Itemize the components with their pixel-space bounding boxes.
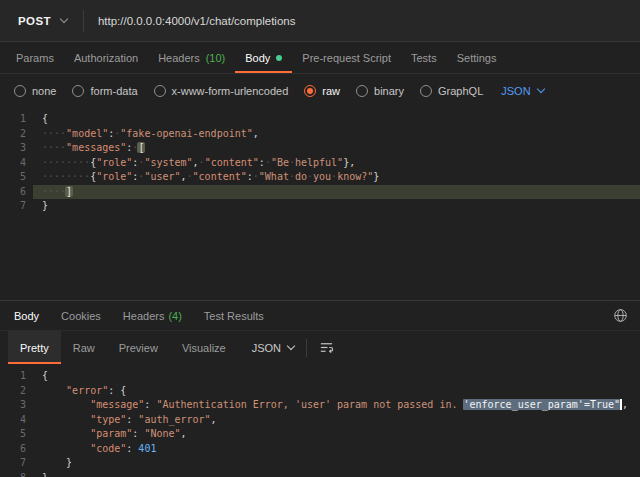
request-tabs: ParamsAuthorizationHeaders(10)BodyPre-re… (0, 42, 640, 74)
code-token: ] (65, 186, 73, 197)
line-content: "type": "auth_error", (33, 413, 640, 428)
code-token (42, 414, 90, 425)
globe-icon[interactable] (613, 308, 628, 323)
tab-label: Params (16, 52, 54, 64)
chevron-down-icon (287, 342, 295, 350)
code-line: 4 "type": "auth_error", (0, 413, 640, 428)
line-number: 7 (0, 199, 33, 214)
response-tab-test-results[interactable]: Test Results (204, 310, 264, 322)
code-token: { (120, 385, 126, 396)
code-token: { (42, 113, 48, 124)
code-line: 8} (0, 471, 640, 477)
response-editor[interactable]: 1{2 "error": {3 "message": "Authenticati… (0, 364, 640, 477)
line-number: 6 (0, 185, 33, 200)
tab-label: Headers (123, 310, 165, 322)
line-content: "code": 401 (33, 442, 640, 457)
body-type-form-data[interactable]: form-data (72, 85, 137, 97)
tab-label: Pre-request Script (302, 52, 391, 64)
tab-body[interactable]: Body (235, 42, 292, 73)
tab-headers[interactable]: Headers(10) (148, 42, 235, 73)
request-language-dropdown[interactable]: JSON (501, 85, 543, 97)
body-type-label: raw (322, 85, 340, 97)
tab-count: (10) (206, 52, 226, 64)
code-token: ········ (42, 171, 90, 182)
code-line: 7 } (0, 456, 640, 471)
code-token: } (42, 472, 48, 477)
line-number: 5 (0, 427, 33, 442)
method-label: POST (18, 15, 51, 27)
body-type-label: none (32, 85, 56, 97)
code-token: , (253, 128, 259, 139)
radio-icon (14, 85, 26, 97)
tab-pre-request-script[interactable]: Pre-request Script (292, 42, 401, 73)
code-token: "Be (271, 157, 289, 168)
response-language-dropdown[interactable]: JSON (252, 342, 294, 354)
code-token: ···· (42, 128, 66, 139)
tab-authorization[interactable]: Authorization (64, 42, 148, 73)
code-token: "error" (66, 385, 108, 396)
radio-icon (420, 85, 432, 97)
code-token: [ (137, 142, 145, 153)
code-token: 401 (138, 443, 156, 454)
line-number: 4 (0, 413, 33, 428)
line-content: "error": { (33, 384, 640, 399)
code-token: } (373, 171, 379, 182)
body-type-label: x-www-form-urlencoded (172, 85, 289, 97)
request-language-label: JSON (501, 85, 530, 97)
wrap-text-icon[interactable] (319, 340, 334, 355)
code-token: "Authentication Error, 'user' param not … (156, 399, 463, 410)
view-tab-raw[interactable]: Raw (61, 331, 107, 364)
code-token: "auth_error" (138, 414, 210, 425)
line-number: 3 (0, 398, 33, 413)
response-tab-headers[interactable]: Headers(4) (123, 310, 182, 322)
tab-settings[interactable]: Settings (447, 42, 507, 73)
code-line: 4········{"role":·"system",·"content":·"… (0, 156, 640, 171)
url-input[interactable]: http://0.0.0.0:4000/v1/chat/completions (84, 15, 296, 27)
line-number: 4 (0, 156, 33, 171)
code-line: 6····] (0, 185, 640, 200)
code-line: 1{ (0, 369, 640, 384)
code-line: 3 "message": "Authentication Error, 'use… (0, 398, 640, 413)
code-token: "code" (90, 443, 126, 454)
line-number: 2 (0, 127, 33, 142)
divider (306, 339, 307, 357)
line-content: "param": "None", (33, 427, 640, 442)
radio-icon (72, 85, 84, 97)
request-editor[interactable]: 1{2····"model":·"fake-openai-endpoint",3… (0, 107, 640, 300)
tab-tests[interactable]: Tests (401, 42, 447, 73)
body-type-binary[interactable]: binary (356, 85, 404, 97)
line-number: 5 (0, 170, 33, 185)
body-type-label: GraphQL (438, 85, 483, 97)
code-token: "What (259, 171, 289, 182)
tab-label: Body (14, 310, 39, 322)
view-tab-pretty[interactable]: Pretty (8, 331, 61, 364)
code-token: , (211, 414, 217, 425)
code-token: , (622, 399, 628, 410)
code-token: "model" (66, 128, 108, 139)
response-tab-body[interactable]: Body (14, 310, 39, 322)
view-tab-preview[interactable]: Preview (107, 331, 170, 364)
method-dropdown[interactable]: POST (0, 0, 83, 41)
line-number: 6 (0, 442, 33, 457)
body-type-none[interactable]: none (14, 85, 56, 97)
body-type-x-www-form-urlencoded[interactable]: x-www-form-urlencoded (154, 85, 289, 97)
code-line: 6 "code": 401 (0, 442, 640, 457)
line-content: } (33, 199, 640, 214)
line-content: ········{"role":·"system",·"content":·"B… (33, 156, 640, 171)
code-token: "role" (96, 157, 132, 168)
body-type-raw[interactable]: raw (304, 85, 340, 97)
code-token: you (313, 171, 331, 182)
response-tab-cookies[interactable]: Cookies (61, 310, 101, 322)
code-token: "type" (90, 414, 126, 425)
code-token (42, 443, 90, 454)
code-line: 2····"model":·"fake-openai-endpoint", (0, 127, 640, 142)
body-type-graphql[interactable]: GraphQL (420, 85, 483, 97)
tab-label: Settings (457, 52, 497, 64)
line-number: 3 (0, 141, 33, 156)
code-line: 1{ (0, 112, 640, 127)
code-token (42, 457, 66, 468)
response-language-label: JSON (252, 342, 281, 354)
tab-params[interactable]: Params (6, 42, 64, 73)
line-content: ····"model":·"fake-openai-endpoint", (33, 127, 640, 142)
view-tab-visualize[interactable]: Visualize (170, 331, 238, 364)
